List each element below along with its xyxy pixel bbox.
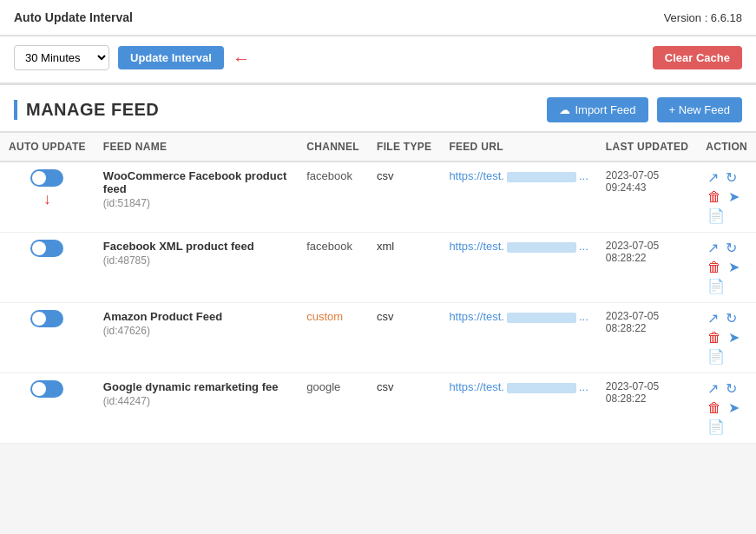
- auto-update-label: Auto Update Interval: [14, 10, 133, 24]
- doc-button[interactable]: 📄: [706, 208, 726, 225]
- export-button[interactable]: ↗: [706, 380, 720, 398]
- manage-feed-title: MANAGE FEED: [14, 100, 159, 120]
- clone-button[interactable]: ➤: [726, 329, 741, 346]
- export-button[interactable]: ↗: [706, 240, 720, 257]
- file-type-label: csv: [377, 380, 394, 393]
- feed-url-link[interactable]: https://test....: [449, 310, 588, 323]
- col-action: ACTION: [697, 133, 756, 162]
- action-row-3: 📄: [706, 208, 726, 225]
- col-last-updated: LAST UPDATED: [597, 133, 697, 162]
- toggle-switch[interactable]: [30, 240, 63, 257]
- channel-label: facebook: [306, 169, 352, 182]
- manage-feed-header: MANAGE FEED ☁ Import Feed + New Feed: [0, 85, 756, 132]
- action-cell: ↗ ↻ 🗑 ➤ 📄: [697, 233, 756, 303]
- file-type-cell: xml: [368, 233, 440, 303]
- action-row-1: ↗ ↻: [706, 240, 739, 257]
- feed-name-cell: WooCommerce Facebook product feed (id:51…: [95, 162, 298, 233]
- delete-button[interactable]: 🗑: [706, 259, 723, 276]
- clone-button[interactable]: ➤: [726, 188, 741, 206]
- col-feed-name: FEED NAME: [95, 133, 298, 162]
- file-type-label: csv: [377, 310, 394, 323]
- clear-cache-button[interactable]: Clear Cache: [653, 46, 742, 69]
- feed-name: Facebook XML product feed: [103, 240, 289, 253]
- export-button[interactable]: ↗: [706, 169, 720, 187]
- action-row-2: 🗑 ➤: [706, 399, 741, 417]
- refresh-button[interactable]: ↻: [724, 380, 739, 398]
- feed-id: (id:51847): [103, 197, 289, 209]
- delete-button[interactable]: 🗑: [706, 329, 723, 346]
- doc-button[interactable]: 📄: [706, 278, 726, 295]
- feed-url-blurred: [507, 313, 576, 323]
- last-updated-cell: 2023-07-05 08:28:22: [597, 373, 697, 444]
- toggle-switch[interactable]: [30, 169, 63, 187]
- feed-url-cell: https://test....: [440, 162, 596, 233]
- table-header-row: AUTO UPDATE FEED NAME CHANNEL FILE TYPE …: [0, 133, 756, 162]
- action-row-3: 📄: [706, 419, 726, 436]
- feed-url-link[interactable]: https://test....: [449, 380, 588, 393]
- last-updated-date: 2023-07-05: [606, 240, 688, 252]
- feed-url-link[interactable]: https://test....: [449, 240, 588, 253]
- clone-button[interactable]: ➤: [726, 399, 741, 417]
- action-row-2: 🗑 ➤: [706, 329, 741, 346]
- action-row-1: ↗ ↻: [706, 310, 739, 327]
- file-type-label: csv: [377, 169, 394, 182]
- col-auto-update: AUTO UPDATE: [0, 133, 95, 162]
- delete-button[interactable]: 🗑: [706, 399, 723, 417]
- export-button[interactable]: ↗: [706, 310, 720, 327]
- table-row: ↓ WooCommerce Facebook product feed (id:…: [0, 162, 756, 233]
- table-row: Amazon Product Feed (id:47626) customcsv…: [0, 303, 756, 373]
- action-icons: ↗ ↻ 🗑 ➤ 📄: [706, 380, 747, 436]
- last-updated-time: 08:28:22: [606, 252, 688, 264]
- version-label: Version : 6.6.18: [664, 11, 742, 24]
- file-type-cell: csv: [368, 303, 440, 373]
- action-row-1: ↗ ↻: [706, 169, 739, 187]
- doc-button[interactable]: 📄: [706, 348, 726, 366]
- feed-url-link[interactable]: https://test....: [449, 169, 588, 182]
- action-icons: ↗ ↻ 🗑 ➤ 📄: [706, 310, 747, 366]
- toggle-switch[interactable]: [30, 310, 63, 327]
- feed-name: WooCommerce Facebook product feed: [103, 169, 289, 195]
- doc-button[interactable]: 📄: [706, 419, 726, 436]
- action-row-3: 📄: [706, 348, 726, 366]
- feed-id: (id:44247): [103, 395, 289, 407]
- channel-cell: facebook: [298, 233, 368, 303]
- feed-url-blurred: [507, 172, 576, 182]
- refresh-button[interactable]: ↻: [724, 169, 739, 187]
- new-feed-button[interactable]: + New Feed: [657, 97, 742, 122]
- file-type-cell: csv: [368, 162, 440, 233]
- feed-name: Amazon Product Feed: [103, 310, 289, 323]
- last-updated-cell: 2023-07-05 09:24:43: [597, 162, 697, 233]
- last-updated-cell: 2023-07-05 08:28:22: [597, 303, 697, 373]
- refresh-button[interactable]: ↻: [724, 240, 739, 257]
- table-row: Facebook XML product feed (id:48785) fac…: [0, 233, 756, 303]
- import-feed-label: Import Feed: [575, 103, 635, 116]
- last-updated-date: 2023-07-05: [606, 310, 688, 322]
- down-arrow-icon: ↓: [43, 190, 51, 208]
- last-updated-cell: 2023-07-05 08:28:22: [597, 233, 697, 303]
- new-feed-label: + New Feed: [669, 103, 730, 116]
- channel-label: google: [306, 380, 340, 393]
- feed-url-blurred: [507, 383, 576, 393]
- action-icons: ↗ ↻ 🗑 ➤ 📄: [706, 240, 747, 295]
- refresh-button[interactable]: ↻: [724, 310, 739, 327]
- interval-select[interactable]: 30 Minutes 5 Minutes 15 Minutes 1 Hour: [14, 45, 109, 70]
- feed-url-cell: https://test....: [440, 303, 596, 373]
- feed-name-cell: Facebook XML product feed (id:48785): [95, 233, 298, 303]
- last-updated-date: 2023-07-05: [606, 380, 688, 392]
- update-interval-button[interactable]: Update Interval: [118, 46, 224, 69]
- toggle-switch[interactable]: [30, 380, 63, 398]
- top-controls-bar: Auto Update Interval Version : 6.6.18: [0, 0, 756, 36]
- feed-id: (id:47626): [103, 325, 289, 337]
- import-feed-button[interactable]: ☁ Import Feed: [547, 97, 648, 122]
- arrow-indicator: ←: [233, 49, 250, 67]
- action-cell: ↗ ↻ 🗑 ➤ 📄: [697, 373, 756, 444]
- clone-button[interactable]: ➤: [726, 259, 741, 276]
- delete-button[interactable]: 🗑: [706, 188, 723, 206]
- cloud-icon: ☁: [559, 103, 570, 116]
- auto-update-cell: ↓: [0, 162, 95, 233]
- last-updated-time: 08:28:22: [606, 322, 688, 334]
- feed-url-cell: https://test....: [440, 233, 596, 303]
- last-updated-date: 2023-07-05: [606, 169, 688, 181]
- col-feed-url: FEED URL: [440, 133, 596, 162]
- channel-label: custom: [306, 310, 343, 323]
